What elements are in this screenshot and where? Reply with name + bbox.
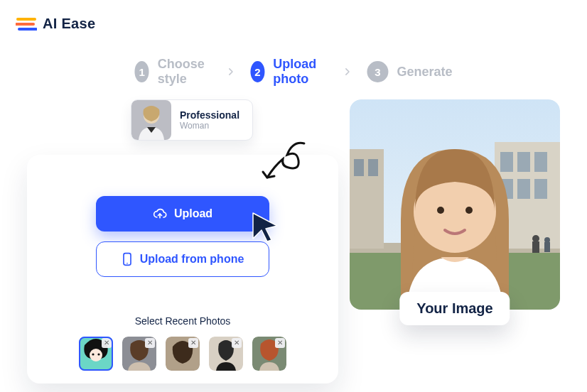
step-1[interactable]: 1 Choose style	[134, 57, 211, 87]
cloud-upload-icon	[153, 207, 167, 221]
brand-mark-icon	[16, 16, 37, 32]
style-chip-subtitle: Woman	[180, 121, 239, 131]
recent-photo[interactable]: ✕	[122, 337, 156, 371]
svg-rect-20	[500, 152, 513, 172]
step-2-label: Upload photo	[273, 57, 328, 87]
stepper: 1 Choose style 2 Upload photo 3 Generate	[134, 57, 452, 87]
upload-button[interactable]: Upload	[96, 196, 269, 232]
recent-photos-label: Select Recent Photos	[54, 315, 311, 327]
close-icon[interactable]: ✕	[188, 338, 198, 348]
svg-point-35	[465, 207, 473, 214]
recent-photo[interactable]: ✕	[166, 337, 200, 371]
recent-photo[interactable]: ✕	[209, 337, 243, 371]
upload-from-phone-button[interactable]: Upload from phone	[96, 241, 269, 277]
step-1-number: 1	[134, 61, 149, 82]
svg-rect-27	[354, 159, 364, 176]
style-thumbnail-icon	[131, 100, 171, 140]
svg-rect-28	[368, 159, 378, 176]
step-1-label: Choose style	[158, 57, 212, 87]
chevron-right-icon	[228, 66, 233, 77]
step-3-label: Generate	[397, 65, 452, 80]
svg-point-3	[126, 263, 128, 264]
chevron-right-icon	[345, 66, 350, 77]
close-icon[interactable]: ✕	[145, 338, 155, 348]
step-2-number: 2	[250, 61, 264, 82]
svg-point-6	[92, 353, 94, 355]
svg-point-5	[90, 349, 102, 361]
upload-button-label: Upload	[174, 207, 212, 220]
recent-photos-row: ✕ ✕ ✕ ✕	[54, 337, 311, 371]
step-2[interactable]: 2 Upload photo	[250, 57, 328, 87]
selected-style-chip[interactable]: Professional Woman	[131, 99, 253, 141]
svg-rect-30	[532, 241, 539, 253]
result-preview: Your Image	[350, 99, 560, 310]
close-icon[interactable]: ✕	[232, 338, 242, 348]
svg-rect-24	[517, 179, 530, 199]
upload-card: Upload Upload from phone Select Recent P…	[27, 155, 338, 383]
brand-name: AI Ease	[43, 16, 95, 32]
recent-photo[interactable]: ✕	[79, 337, 113, 371]
svg-rect-22	[534, 152, 547, 172]
close-icon[interactable]: ✕	[102, 338, 112, 348]
result-image-icon	[350, 99, 560, 310]
svg-rect-21	[517, 152, 530, 172]
svg-point-34	[437, 207, 444, 214]
style-chip-title: Professional	[180, 109, 239, 121]
svg-point-31	[544, 237, 550, 243]
step-3-number: 3	[367, 61, 388, 82]
upload-from-phone-label: Upload from phone	[140, 253, 244, 266]
close-icon[interactable]: ✕	[275, 338, 285, 348]
recent-photo[interactable]: ✕	[252, 337, 286, 371]
svg-rect-32	[544, 242, 550, 252]
result-badge: Your Image	[399, 292, 510, 325]
brand-logo: AI Ease	[16, 16, 95, 32]
svg-rect-25	[534, 179, 547, 199]
svg-point-29	[532, 235, 539, 242]
phone-icon	[122, 252, 133, 266]
step-3[interactable]: 3 Generate	[367, 61, 452, 82]
svg-point-7	[97, 353, 99, 355]
